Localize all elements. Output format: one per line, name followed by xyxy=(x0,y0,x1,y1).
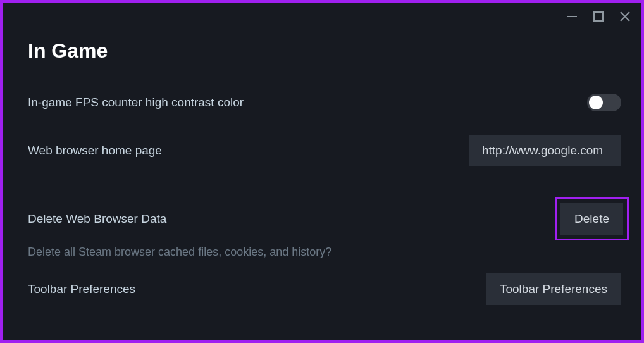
close-button[interactable] xyxy=(617,9,633,24)
homepage-input[interactable]: http://www.google.com xyxy=(469,135,621,166)
homepage-row: Web browser home page http://www.google.… xyxy=(28,123,641,178)
settings-content: In Game In-game FPS counter high contras… xyxy=(28,30,641,340)
toolbar-row: Toolbar Preferences Toolbar Preferences xyxy=(28,273,641,316)
fps-contrast-row: In-game FPS counter high contrast color xyxy=(28,82,641,123)
settings-window: In Game In-game FPS counter high contras… xyxy=(3,3,641,340)
svg-rect-1 xyxy=(594,12,603,21)
fps-contrast-label: In-game FPS counter high contrast color xyxy=(28,96,244,109)
delete-data-section: Delete Web Browser Data Delete xyxy=(28,178,641,248)
delete-data-label: Delete Web Browser Data xyxy=(28,212,166,226)
toolbar-label: Toolbar Preferences xyxy=(28,282,135,296)
window-titlebar xyxy=(564,3,641,30)
homepage-label: Web browser home page xyxy=(28,144,162,158)
maximize-button[interactable] xyxy=(591,9,606,24)
fps-contrast-toggle[interactable] xyxy=(587,94,621,111)
minimize-button[interactable] xyxy=(564,9,579,24)
delete-button[interactable]: Delete xyxy=(560,203,623,235)
toggle-knob xyxy=(589,96,603,109)
minimize-icon xyxy=(566,11,578,22)
toolbar-prefs-button[interactable]: Toolbar Preferences xyxy=(486,273,621,305)
page-title: In Game xyxy=(28,39,641,63)
delete-button-highlight: Delete xyxy=(555,197,629,240)
maximize-icon xyxy=(593,11,604,22)
delete-data-desc: Delete all Steam browser cached files, c… xyxy=(28,246,641,273)
close-icon xyxy=(619,11,631,22)
